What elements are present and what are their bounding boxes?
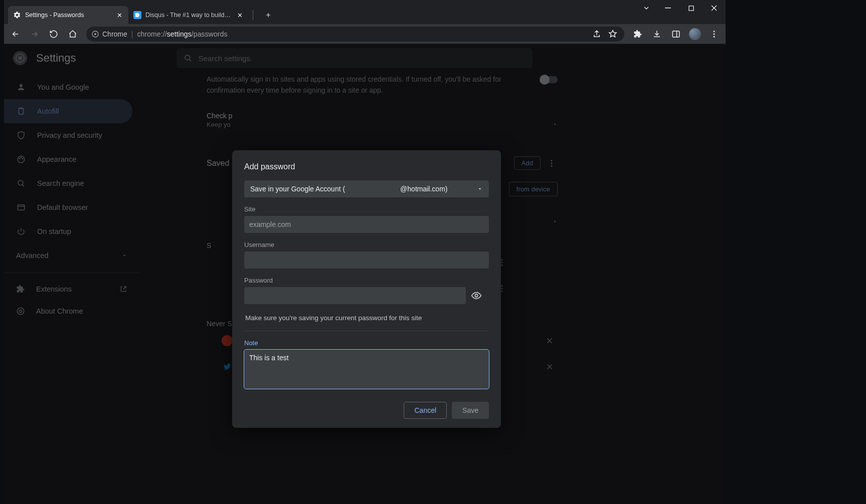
extensions-icon[interactable] — [629, 26, 646, 42]
note-input[interactable] — [244, 350, 489, 389]
separator: | — [131, 30, 133, 38]
chevron-down-icon — [477, 186, 483, 192]
site-info-label: Chrome — [102, 30, 127, 38]
tab-settings-passwords[interactable]: Settings - Passwords ✕ — [8, 6, 128, 24]
window-controls — [656, 0, 726, 16]
password-input[interactable] — [244, 287, 466, 304]
bookmark-icon[interactable] — [608, 30, 617, 39]
home-button[interactable] — [64, 26, 81, 42]
maximize-button[interactable] — [679, 0, 703, 16]
svg-point-7 — [714, 33, 715, 35]
sidepanel-icon[interactable] — [667, 26, 684, 42]
svg-point-4 — [94, 33, 96, 35]
titlebar: Settings - Passwords ✕ Disqus - The #1 w… — [4, 0, 726, 24]
note-label: Note — [244, 339, 489, 347]
url-text: chrome://settings/passwords — [137, 30, 227, 38]
svg-rect-2 — [688, 6, 693, 10]
close-icon[interactable]: ✕ — [236, 11, 244, 19]
dialog-title: Add password — [244, 162, 489, 171]
cancel-button[interactable]: Cancel — [404, 402, 447, 419]
save-location-dropdown[interactable]: Save in your Google Account ( @hotmail.c… — [244, 180, 489, 197]
svg-rect-1 — [665, 8, 671, 9]
reload-button[interactable] — [45, 26, 62, 42]
username-label: Username — [244, 241, 489, 248]
password-label: Password — [244, 277, 489, 284]
address-bar[interactable]: Chrome | chrome://settings/passwords — [86, 27, 624, 42]
username-input[interactable] — [244, 251, 489, 269]
menu-icon[interactable] — [706, 26, 723, 42]
new-tab-button[interactable] — [261, 8, 275, 22]
show-password-icon[interactable] — [471, 290, 482, 301]
settings-page: Settings Search settings You and Google … — [4, 44, 726, 504]
back-button[interactable] — [7, 26, 24, 42]
svg-point-8 — [714, 36, 715, 37]
disqus-icon — [133, 11, 141, 19]
tab-label: Disqus - The #1 way to build an a — [145, 12, 232, 19]
tab-label: Settings - Passwords — [25, 12, 111, 19]
tab-search-button[interactable] — [642, 4, 650, 12]
tab-disqus[interactable]: Disqus - The #1 way to build an a ✕ — [128, 6, 249, 24]
close-window-button[interactable] — [703, 0, 726, 16]
svg-rect-5 — [672, 31, 679, 37]
close-icon[interactable]: ✕ — [115, 11, 123, 19]
site-input[interactable] — [244, 216, 489, 233]
profile-avatar[interactable] — [686, 26, 704, 42]
password-hint: Make sure you're saving your current pas… — [244, 314, 489, 331]
svg-point-34 — [475, 294, 478, 297]
browser-toolbar: Chrome | chrome://settings/passwords — [4, 24, 726, 44]
minimize-button[interactable] — [656, 0, 679, 16]
svg-point-6 — [714, 31, 715, 32]
forward-button[interactable] — [26, 26, 43, 42]
site-info-button[interactable]: Chrome — [91, 30, 127, 38]
tab-separator — [253, 10, 253, 20]
site-label: Site — [244, 205, 489, 213]
add-password-dialog: Add password Save in your Google Account… — [232, 150, 501, 428]
save-button[interactable]: Save — [452, 402, 489, 419]
downloads-icon[interactable] — [648, 26, 665, 42]
share-icon[interactable] — [592, 30, 601, 39]
gear-icon — [13, 11, 21, 19]
